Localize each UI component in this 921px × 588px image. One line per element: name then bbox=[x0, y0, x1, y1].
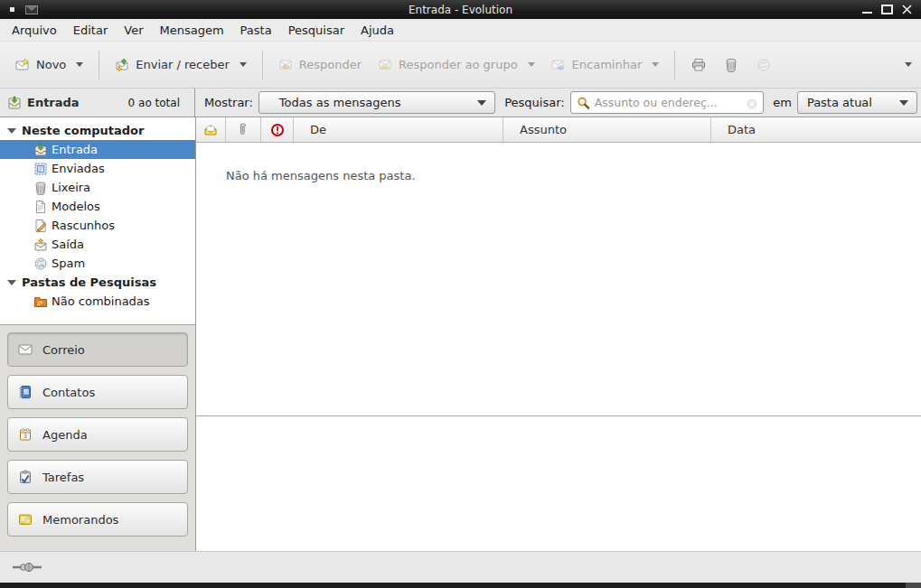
menu-mensagem[interactable]: Mensagem bbox=[152, 21, 232, 40]
folder-saida[interactable]: Saída bbox=[0, 235, 195, 254]
chevron-down-icon bbox=[899, 100, 908, 106]
show-filter-value: Todas as mensagens bbox=[259, 96, 401, 109]
column-de[interactable]: De bbox=[294, 117, 503, 142]
send-receive-label: Enviar / receber bbox=[136, 58, 230, 71]
toolbar-overflow-arrow[interactable] bbox=[905, 62, 912, 67]
menu-ver[interactable]: Ver bbox=[116, 21, 151, 40]
switcher-contatos[interactable]: @ Contatos bbox=[7, 375, 188, 409]
forward-icon bbox=[551, 58, 566, 72]
column-priority[interactable] bbox=[261, 117, 294, 142]
message-count: 0 ao total bbox=[128, 97, 187, 109]
outbox-icon bbox=[33, 238, 48, 252]
folder-label: Não combinadas bbox=[52, 294, 150, 308]
junk-icon bbox=[757, 58, 771, 72]
clear-search-icon[interactable] bbox=[746, 97, 758, 109]
folder-label: Saída bbox=[52, 238, 84, 251]
evolution-window: Entrada - Evolution Arquivo Editar Ver M… bbox=[0, 0, 921, 588]
mail-icon bbox=[18, 342, 33, 357]
search-icon[interactable] bbox=[577, 96, 590, 109]
column-attachment[interactable] bbox=[226, 117, 261, 142]
folder-nao-combinadas[interactable]: Não combinadas bbox=[0, 292, 195, 311]
tree-group-this-computer[interactable]: Neste computador bbox=[0, 121, 195, 140]
menu-pasta[interactable]: Pasta bbox=[232, 21, 280, 40]
folder-label: Lixeira bbox=[52, 181, 90, 194]
send-receive-button[interactable]: Enviar / receber bbox=[107, 51, 255, 79]
folder-label: Spam bbox=[52, 257, 85, 270]
new-mail-icon bbox=[15, 58, 30, 72]
menu-arquivo[interactable]: Arquivo bbox=[4, 21, 65, 40]
maximize-button[interactable] bbox=[881, 5, 893, 14]
folder-modelos[interactable]: Modelos bbox=[0, 197, 195, 216]
switcher-tarefas[interactable]: Tarefas bbox=[7, 460, 188, 494]
window-title: Entrada - Evolution bbox=[0, 4, 921, 16]
forward-button[interactable]: Encaminhar bbox=[543, 51, 668, 79]
toolbar-separator bbox=[262, 51, 263, 79]
menu-editar[interactable]: Editar bbox=[65, 21, 117, 40]
switcher-label: Tarefas bbox=[42, 471, 84, 484]
search-input[interactable] bbox=[595, 96, 747, 109]
new-message-button[interactable]: Novo bbox=[7, 51, 91, 79]
bottom-panel-strip bbox=[0, 583, 921, 588]
switcher-label: Contatos bbox=[42, 386, 95, 399]
menu-pesquisar[interactable]: Pesquisar bbox=[280, 21, 352, 40]
switcher-agenda[interactable]: 3 Agenda bbox=[7, 417, 188, 452]
search-folder-icon bbox=[33, 294, 48, 309]
show-filter-dropdown[interactable]: Todas as mensagens bbox=[258, 91, 495, 114]
tree-group-search-folders[interactable]: Pastas de Pesquisas bbox=[0, 273, 195, 292]
search-scope-dropdown[interactable]: Pasta atual bbox=[797, 91, 917, 114]
column-label: Assunto bbox=[520, 123, 567, 136]
column-label: Data bbox=[728, 123, 756, 136]
forward-dropdown-arrow[interactable] bbox=[652, 62, 659, 67]
folder-label: Rascunhos bbox=[52, 219, 115, 232]
svg-text:@: @ bbox=[23, 389, 29, 395]
column-label: De bbox=[310, 123, 326, 136]
toolbar-separator bbox=[99, 51, 99, 79]
toolbar: Novo Enviar / receber Responder Responde… bbox=[0, 42, 921, 89]
message-list-empty-area[interactable]: Não há mensagens nesta pasta. bbox=[196, 143, 921, 416]
close-button[interactable] bbox=[901, 5, 913, 14]
search-box[interactable] bbox=[570, 91, 765, 114]
drafts-pencil-icon bbox=[33, 219, 48, 233]
chevron-down-icon bbox=[477, 100, 486, 106]
folder-enviadas[interactable]: Enviadas bbox=[0, 159, 195, 178]
switcher-correio[interactable]: Correio bbox=[7, 332, 188, 367]
print-button[interactable] bbox=[682, 51, 715, 79]
folder-rascunhos[interactable]: Rascunhos bbox=[0, 216, 195, 235]
online-status-icon[interactable] bbox=[12, 560, 42, 574]
folder-spam[interactable]: Spam bbox=[0, 254, 195, 273]
memo-icon bbox=[18, 512, 33, 527]
switcher-label: Correio bbox=[42, 343, 85, 357]
reply-all-button[interactable]: Responder ao grupo bbox=[370, 51, 543, 79]
menu-ajuda[interactable]: Ajuda bbox=[352, 21, 402, 40]
sent-mail-icon bbox=[33, 162, 48, 176]
titlebar: Entrada - Evolution bbox=[0, 0, 921, 19]
reply-all-dropdown-arrow[interactable] bbox=[528, 62, 535, 67]
folder-lixeira[interactable]: Lixeira bbox=[0, 178, 195, 197]
folder-summary: Entrada 0 ao total bbox=[0, 89, 195, 117]
folder-label: Enviadas bbox=[52, 162, 105, 175]
forward-label: Encaminhar bbox=[572, 58, 643, 71]
view-switcher: Correio @ Contatos 3 Agenda bbox=[0, 325, 195, 551]
calendar-icon: 3 bbox=[18, 427, 33, 442]
collapse-triangle-icon[interactable] bbox=[7, 280, 16, 285]
tree-group-label: Neste computador bbox=[22, 124, 144, 137]
printer-icon bbox=[691, 58, 706, 72]
column-data[interactable]: Data bbox=[711, 117, 921, 142]
send-receive-dropdown-arrow[interactable] bbox=[240, 62, 247, 67]
folder-entrada[interactable]: Entrada bbox=[0, 140, 195, 159]
column-assunto[interactable]: Assunto bbox=[503, 117, 711, 142]
new-message-dropdown-arrow[interactable] bbox=[76, 62, 83, 67]
collapse-triangle-icon[interactable] bbox=[7, 128, 16, 134]
junk-button[interactable] bbox=[747, 51, 780, 79]
column-status[interactable] bbox=[196, 117, 226, 142]
minimize-button[interactable] bbox=[861, 5, 873, 14]
preview-pane[interactable] bbox=[196, 416, 921, 551]
delete-button[interactable] bbox=[715, 51, 747, 79]
paperclip-icon bbox=[236, 123, 250, 137]
priority-icon bbox=[270, 123, 285, 137]
reply-button[interactable]: Responder bbox=[270, 51, 370, 79]
folder-label: Modelos bbox=[52, 200, 100, 213]
folder-label: Entrada bbox=[52, 143, 98, 156]
message-list-header: De Assunto Data bbox=[196, 117, 921, 143]
switcher-memorandos[interactable]: Memorandos bbox=[7, 502, 188, 537]
